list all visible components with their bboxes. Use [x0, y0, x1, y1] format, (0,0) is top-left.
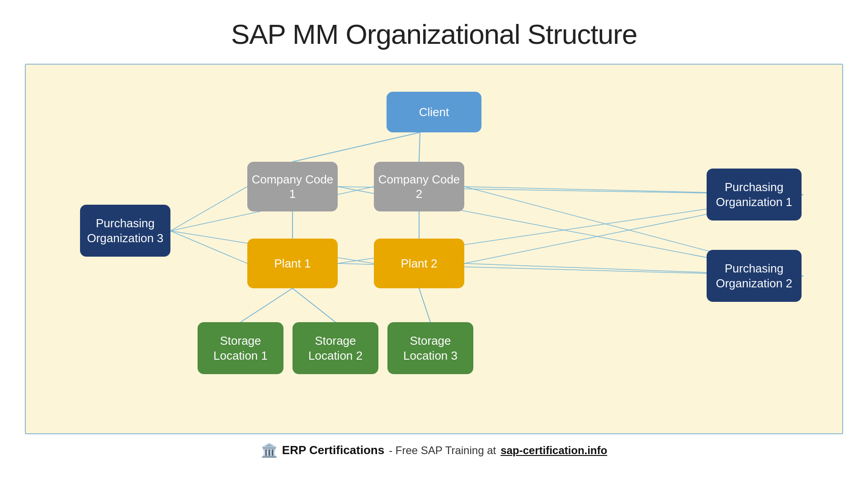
svg-line-7	[170, 187, 247, 231]
footer-link[interactable]: sap-certification.info	[500, 444, 607, 457]
po1-label: Purchasing Organization 1	[707, 180, 802, 209]
purchasing-org-1-node: Purchasing Organization 1	[707, 169, 802, 221]
page-title: SAP MM Organizational Structure	[0, 0, 868, 64]
cc1-label: Company Code 1	[247, 172, 338, 202]
lighthouse-icon: 🏛️	[261, 442, 278, 458]
brand-name: ERP Certifications	[282, 443, 384, 457]
client-label: Client	[419, 105, 449, 120]
diagram-container: Client Company Code 1 Company Code 2 Pla…	[25, 64, 843, 434]
svg-line-0	[292, 132, 420, 162]
purchasing-org-2-node: Purchasing Organization 2	[707, 250, 802, 302]
storage-location-3-node: Storage Location 3	[387, 322, 473, 374]
plant-1-node: Plant 1	[247, 239, 338, 288]
client-node: Client	[387, 92, 481, 132]
svg-line-4	[241, 288, 292, 322]
storage-location-1-node: Storage Location 1	[198, 322, 283, 374]
sl2-label: Storage Location 2	[292, 333, 378, 363]
po3-label: Purchasing Organization 3	[80, 216, 170, 245]
plant2-label: Plant 2	[401, 256, 438, 271]
sl1-label: Storage Location 1	[198, 333, 283, 363]
svg-line-6	[419, 288, 430, 322]
svg-line-1	[419, 132, 420, 162]
cc2-label: Company Code 2	[374, 172, 464, 202]
footer-text: - Free SAP Training at	[389, 444, 496, 457]
purchasing-org-3-node: Purchasing Organization 3	[80, 205, 170, 257]
sl3-label: Storage Location 3	[387, 333, 473, 363]
po2-label: Purchasing Organization 2	[707, 261, 802, 291]
storage-location-2-node: Storage Location 2	[292, 322, 378, 374]
company-code-2-node: Company Code 2	[374, 162, 464, 211]
plant-2-node: Plant 2	[374, 239, 464, 288]
plant1-label: Plant 1	[274, 256, 311, 271]
svg-line-5	[292, 288, 335, 322]
svg-line-9	[170, 231, 247, 263]
company-code-1-node: Company Code 1	[247, 162, 338, 211]
footer: 🏛️ ERP Certifications - Free SAP Trainin…	[0, 434, 868, 458]
